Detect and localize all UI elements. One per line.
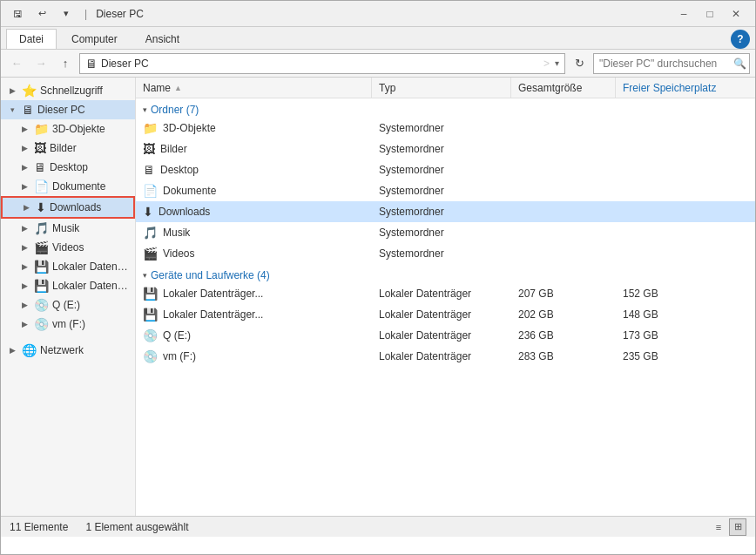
sidebar-item-3d-objekte[interactable]: ▶ 📁 3D-Objekte	[1, 119, 135, 139]
sidebar-item-bilder[interactable]: ▶ 🖼 Bilder	[1, 139, 135, 158]
expand-lokaler1-icon: ▶	[18, 261, 30, 273]
up-button[interactable]: ↑	[55, 53, 76, 74]
items-count: 11 Elemente	[10, 521, 68, 533]
sidebar-label-3d-objekte: 3D-Objekte	[52, 123, 105, 135]
downloads-icon: ⬇	[36, 200, 46, 214]
table-row-q-drive[interactable]: 💿Q (E:) Lokaler Datenträger 236 GB 173 G…	[136, 325, 755, 346]
table-row-lokaler2[interactable]: 💾Lokaler Datenträger... Lokaler Datenträ…	[136, 304, 755, 325]
sidebar-label-videos: Videos	[52, 241, 84, 254]
sidebar-label-downloads: Downloads	[50, 201, 101, 213]
view-detail-button[interactable]: ≡	[710, 518, 727, 536]
expand-dokumente-icon: ▶	[18, 180, 30, 193]
col-free-header[interactable]: Freier Speicherplatz	[616, 78, 755, 98]
hdd2-icon: 💾	[34, 279, 49, 293]
drives-section-header[interactable]: ▾ Geräte und Laufwerke (4)	[136, 264, 755, 283]
tab-computer[interactable]: Computer	[58, 29, 131, 49]
sidebar-item-desktop[interactable]: ▶ 🖥 Desktop	[1, 158, 135, 177]
sidebar-label-q-drive: Q (E:)	[52, 299, 80, 311]
title-left: 🖫 ↩ ▾ | Dieser PC	[8, 6, 144, 22]
table-row-vm-drive[interactable]: 💿vm (F:) Lokaler Datenträger 283 GB 235 …	[136, 346, 755, 367]
search-icon: 🔍	[733, 58, 746, 70]
sidebar-label-dokumente: Dokumente	[52, 180, 105, 193]
column-headers: Name ▲ Typ Gesamtgröße Freier Speicherpl…	[136, 78, 755, 98]
maximize-button[interactable]: □	[698, 4, 722, 24]
expand-downloads-icon: ▶	[20, 201, 32, 213]
table-row[interactable]: 🖼Bilder Systemordner	[136, 139, 755, 159]
quick-dropdown-btn[interactable]: ▾	[57, 6, 76, 22]
sidebar-item-q-drive[interactable]: ▶ 💿 Q (E:)	[1, 295, 135, 315]
star-icon: ⭐	[22, 84, 37, 98]
sidebar-item-lokaler2[interactable]: ▶ 💾 Lokaler Datenträger	[1, 276, 135, 295]
folders-expand-icon: ▾	[143, 105, 147, 114]
refresh-button[interactable]: ↻	[569, 53, 590, 74]
music-icon: 🎵	[34, 221, 49, 235]
sidebar-item-vm-drive[interactable]: ▶ 💿 vm (F:)	[1, 315, 135, 334]
table-row[interactable]: 🎵Musik Systemordner	[136, 222, 755, 243]
expand-vm-icon: ▶	[18, 318, 30, 330]
view-grid-button[interactable]: ⊞	[729, 518, 746, 536]
sidebar: ▶ ⭐ Schnellzugriff ▾ 🖥 Dieser PC ▶ 📁 3D-…	[1, 78, 136, 516]
quick-undo-btn[interactable]: ↩	[32, 6, 51, 22]
window-title: Dieser PC	[96, 8, 144, 20]
forward-button[interactable]: →	[30, 53, 51, 74]
table-row[interactable]: 📁3D-Objekte Systemordner	[136, 118, 755, 139]
sidebar-item-dieser-pc[interactable]: ▾ 🖥 Dieser PC	[1, 100, 135, 119]
sidebar-item-lokaler1[interactable]: ▶ 💾 Lokaler Datenträger	[1, 257, 135, 276]
close-button[interactable]: ✕	[724, 4, 748, 24]
sidebar-label-schnellzugriff: Schnellzugriff	[40, 85, 103, 97]
sidebar-item-dokumente[interactable]: ▶ 📄 Dokumente	[1, 177, 135, 196]
pictures-icon: 🖼	[34, 141, 46, 155]
sidebar-label-netzwerk: Netzwerk	[40, 344, 84, 356]
col-typ-header[interactable]: Typ	[372, 78, 511, 98]
sidebar-item-musik[interactable]: ▶ 🎵 Musik	[1, 219, 135, 238]
sidebar-item-videos[interactable]: ▶ 🎬 Videos	[1, 238, 135, 257]
minimize-button[interactable]: –	[672, 4, 696, 24]
expand-netzwerk-icon: ▶	[6, 344, 18, 356]
help-button[interactable]: ?	[731, 30, 750, 49]
ribbon-tabs: Datei Computer Ansicht ?	[1, 27, 755, 50]
sidebar-item-schnellzugriff[interactable]: ▶ ⭐ Schnellzugriff	[1, 81, 135, 100]
expand-3d-icon: ▶	[18, 123, 30, 135]
drives-section-label: Geräte und Laufwerke (4)	[151, 269, 270, 281]
tab-ansicht[interactable]: Ansicht	[132, 29, 192, 49]
view-buttons: ≡ ⊞	[710, 518, 746, 536]
expand-musik-icon: ▶	[18, 222, 30, 234]
title-controls: – □ ✕	[672, 4, 748, 24]
sidebar-item-netzwerk[interactable]: ▶ 🌐 Netzwerk	[1, 341, 135, 360]
table-row[interactable]: 🎬Videos Systemordner	[136, 243, 755, 264]
address-dropdown-btn[interactable]: ▾	[555, 58, 559, 68]
table-row[interactable]: 📄Dokumente Systemordner	[136, 180, 755, 201]
nav-bar: ← → ↑ 🖥 Dieser PC > ▾ ↻ 🔍	[1, 50, 755, 78]
address-folder-icon: 🖥	[85, 57, 98, 71]
col-size-header[interactable]: Gesamtgröße	[511, 78, 616, 98]
expand-q-drive-icon: ▶	[18, 299, 30, 311]
back-button[interactable]: ←	[6, 53, 27, 74]
quick-save-btn[interactable]: 🖫	[8, 6, 27, 22]
table-row-lokaler1[interactable]: 💾Lokaler Datenträger... Lokaler Datenträ…	[136, 283, 755, 304]
status-bar: 11 Elemente 1 Element ausgewählt ≡ ⊞	[1, 516, 755, 537]
videos-icon: 🎬	[34, 240, 49, 254]
folders-section-label: Ordner (7)	[151, 104, 199, 116]
sidebar-item-downloads[interactable]: ▶ ⬇ Downloads	[1, 196, 135, 219]
folders-section-header[interactable]: ▾ Ordner (7)	[136, 98, 755, 118]
search-bar[interactable]: 🔍	[593, 53, 750, 74]
table-row-downloads[interactable]: ⬇Downloads Systemordner	[136, 201, 755, 222]
network-icon: 🌐	[22, 343, 37, 357]
title-bar: 🖫 ↩ ▾ | Dieser PC – □ ✕	[1, 1, 755, 27]
expand-lokaler2-icon: ▶	[18, 280, 30, 292]
content-area: Name ▲ Typ Gesamtgröße Freier Speicherpl…	[136, 78, 755, 516]
selected-count: 1 Element ausgewählt	[85, 521, 188, 533]
search-input[interactable]	[599, 58, 730, 70]
sidebar-label-desktop: Desktop	[50, 161, 88, 173]
vm-icon: 💿	[34, 317, 49, 331]
table-row[interactable]: 🖥Desktop Systemordner	[136, 159, 755, 180]
documents-icon: 📄	[34, 179, 49, 193]
sidebar-label-musik: Musik	[52, 222, 79, 234]
expand-schnellzugriff-icon: ▶	[6, 85, 18, 97]
col-name-header[interactable]: Name ▲	[136, 78, 372, 98]
sidebar-label-dieser-pc: Dieser PC	[37, 104, 85, 116]
expand-dieser-pc-icon: ▾	[6, 104, 18, 116]
tab-datei[interactable]: Datei	[6, 29, 57, 49]
sidebar-label-vm-drive: vm (F:)	[52, 318, 85, 330]
address-bar[interactable]: 🖥 Dieser PC > ▾	[79, 53, 565, 74]
